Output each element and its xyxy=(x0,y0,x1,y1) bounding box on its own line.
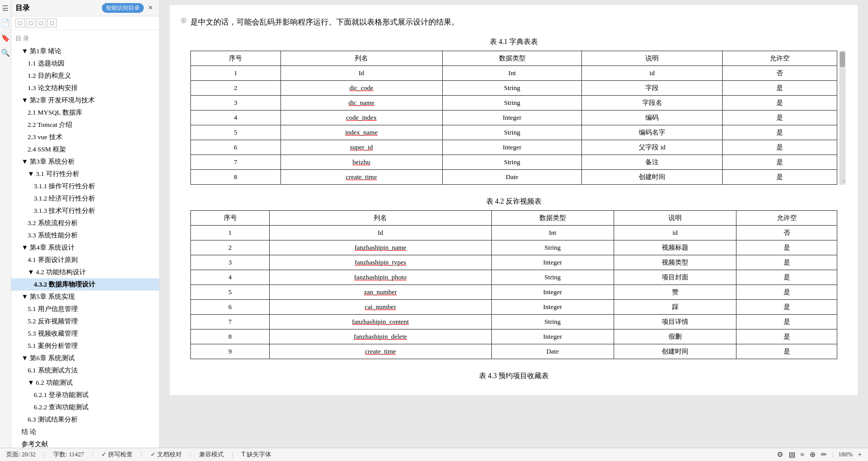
table-cell: 5 xyxy=(191,285,270,300)
toc-item-5.1b[interactable]: 5.1 案例分析管理 xyxy=(11,340,159,352)
toc-item-1.3[interactable]: 1.3 论文结构安排 xyxy=(11,82,159,94)
toc-item-6.1[interactable]: 6.1 系统测试方法 xyxy=(11,364,159,377)
nav-icon-4[interactable]: 🔍 xyxy=(1,49,10,57)
table-cell: cai_number xyxy=(270,300,491,315)
toc-item-chap4[interactable]: ▼ 第4章 系统设计 xyxy=(11,242,159,254)
toc-item-3.1[interactable]: ▼ 3.1 可行性分析 xyxy=(11,168,159,180)
table-row: 3dic_nameString字段名是 xyxy=(191,96,837,111)
toolbar-btn-2[interactable]: □ xyxy=(26,18,36,28)
table-cell: 4 xyxy=(191,270,270,285)
toc-item-4.1[interactable]: 4.1 界面设计原则 xyxy=(11,254,159,266)
table1-header: 列名 xyxy=(280,51,442,66)
layout-icon-3[interactable]: ⊕ xyxy=(810,450,816,459)
spell-check[interactable]: ✓ 拼写检查 xyxy=(101,450,133,459)
toc-item-4.3.2[interactable]: 4.3.2 数据库物理设计 xyxy=(11,278,159,291)
toc-item-5.1[interactable]: 5.1 用户信息管理 xyxy=(11,303,159,315)
toolbar-btn-3[interactable]: □ xyxy=(36,18,46,28)
table-cell: Id xyxy=(270,226,491,240)
table-cell: 是 xyxy=(722,96,837,111)
table-cell: 2 xyxy=(191,81,281,96)
table-cell: Integer xyxy=(491,255,614,270)
table-row: 1IdIntid否 xyxy=(191,66,837,81)
toc-item-1.2[interactable]: 1.2 目的和意义 xyxy=(11,70,159,82)
table1: 序号列名数据类型说明允许空 1IdIntid否2dic_codeString字段… xyxy=(190,51,837,185)
table-cell: 3 xyxy=(191,255,270,270)
toc-item-1.1[interactable]: 1.1 选题动因 xyxy=(11,57,159,70)
toc-item-4.2[interactable]: ▼ 4.2 功能结构设计 xyxy=(11,266,159,278)
table-cell: String xyxy=(491,270,614,285)
table-cell: 视频标题 xyxy=(614,240,736,255)
table-cell: Integer xyxy=(491,300,614,315)
zoom-in[interactable]: + xyxy=(858,451,862,459)
table-cell: 2 xyxy=(191,240,270,255)
table-cell: 7 xyxy=(191,315,270,330)
table-row: 4code_indexInteger编码是 xyxy=(191,111,837,125)
table-row: 2dic_codeString字段是 xyxy=(191,81,837,96)
table-cell: Date xyxy=(491,344,614,359)
toc-item-5.3[interactable]: 5.3 视频收藏管理 xyxy=(11,327,159,340)
toc-item-2.4[interactable]: 2.4 SSM 框架 xyxy=(11,143,159,156)
layout-icon-2[interactable]: ≡ xyxy=(800,451,805,459)
doc-compare[interactable]: ✓ 文档校对 xyxy=(150,450,182,459)
toc-item-chap5[interactable]: ▼ 第5章 系统实现 xyxy=(11,291,159,303)
edit-icon[interactable]: ✏ xyxy=(821,450,827,459)
toc-item-6.2.1[interactable]: 6.2.1 登录功能测试 xyxy=(11,389,159,401)
table-cell: 4 xyxy=(191,111,281,125)
table-row: 6super_idInteger父字段 id是 xyxy=(191,140,837,155)
intro-text: 是中文的话，可能会乱码并影响程序运行。下面就以表格形式展示设计的结果。 xyxy=(190,15,837,29)
table-cell: code_index xyxy=(280,111,442,125)
table-cell: 是 xyxy=(722,155,837,170)
toc-item-3.1.3[interactable]: 3.1.3 技术可行性分析 xyxy=(11,205,159,217)
nav-icon-1[interactable]: ☰ xyxy=(2,4,9,13)
toc-item-6.2.2[interactable]: 6.2.2 查询功能测试 xyxy=(11,401,159,413)
table-cell: 字段名 xyxy=(582,96,722,111)
toc-item-2.3[interactable]: 2.3 vue 技术 xyxy=(11,131,159,143)
table-cell: fanzhashipin_photo xyxy=(270,270,491,285)
toc-section-label: 目 录 xyxy=(11,32,159,45)
toc-item-chap3[interactable]: ▼ 第3章 系统分析 xyxy=(11,156,159,168)
word-count: 字数: 11427 xyxy=(53,450,84,459)
nav-icon-3[interactable]: 🔖 xyxy=(1,34,10,42)
settings-icon[interactable]: ⚙ xyxy=(777,450,784,459)
table-cell: 是 xyxy=(722,125,837,140)
toc-item-5.2[interactable]: 5.2 反诈视频管理 xyxy=(11,315,159,327)
layout-icon-1[interactable]: ▤ xyxy=(789,450,795,459)
table-cell: String xyxy=(442,125,582,140)
toc-item-3.1.1[interactable]: 3.1.1 操作可行性分析 xyxy=(11,180,159,192)
table-cell: 编码 xyxy=(582,111,722,125)
left-iconbar: ☰ 📄 🔖 🔍 xyxy=(0,0,11,448)
toc-item-6.3[interactable]: 6.3 测试结果分析 xyxy=(11,413,159,426)
lost-font[interactable]: Ƭ 缺失字体 xyxy=(242,450,271,459)
table-cell: 是 xyxy=(722,140,837,155)
table-cell: 编码名字 xyxy=(582,125,722,140)
toc-item-3.2[interactable]: 3.2 系统流程分析 xyxy=(11,217,159,229)
table-cell: 5 xyxy=(191,125,281,140)
toc-item-chap1[interactable]: ▼ 第1章 绪论 xyxy=(11,45,159,57)
toc-item-2.1[interactable]: 2.1 MYSQL 数据库 xyxy=(11,106,159,119)
table-cell: 是 xyxy=(736,315,837,330)
toc-item-chap2[interactable]: ▼ 第2章 开发环境与技术 xyxy=(11,94,159,106)
table-cell: 8 xyxy=(191,330,270,344)
toc-item-3.3[interactable]: 3.3 系统性能分析 xyxy=(11,229,159,242)
toc-item-6.2[interactable]: ▼ 6.2 功能测试 xyxy=(11,377,159,389)
toolbar-btn-1[interactable]: □ xyxy=(15,18,25,28)
toc-item-ref[interactable]: 参考文献 xyxy=(11,438,159,448)
toc-item-chap6[interactable]: ▼ 第6章 系统测试 xyxy=(11,352,159,364)
compat-mode[interactable]: 兼容模式 xyxy=(199,450,224,459)
ai-recognize-button[interactable]: 智能识别目录 xyxy=(102,3,144,13)
toc-item-conc[interactable]: 结 论 xyxy=(11,426,159,438)
toolbar-btn-4[interactable]: □ xyxy=(47,18,57,28)
table-cell: 字段 xyxy=(582,81,722,96)
nav-icon-2[interactable]: 📄 xyxy=(1,19,10,28)
table-cell: 是 xyxy=(736,285,837,300)
sidebar-close-button[interactable]: ✕ xyxy=(146,3,155,13)
toc-item-3.1.2[interactable]: 3.1.2 经济可行性分析 xyxy=(11,192,159,205)
toc-item-2.2[interactable]: 2.2 Tomcat 介绍 xyxy=(11,119,159,131)
table-cell: String xyxy=(442,81,582,96)
table-cell: super_id xyxy=(280,140,442,155)
table2-header: 序号 xyxy=(191,211,270,226)
move-handle[interactable]: ⊕ xyxy=(180,15,187,25)
table1-header: 数据类型 xyxy=(442,51,582,66)
page-info: 页面: 20/32 xyxy=(6,450,36,459)
table-cell: 否 xyxy=(736,226,837,240)
